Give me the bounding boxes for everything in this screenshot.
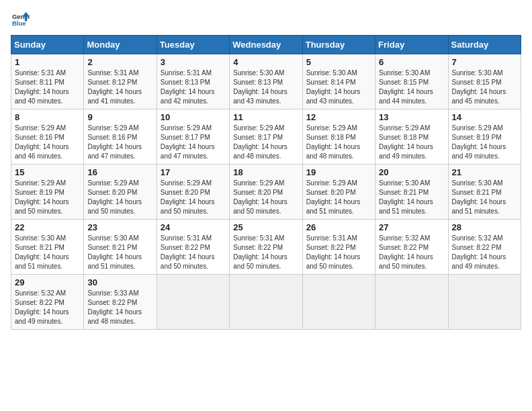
calendar-cell: 16Sunrise: 5:29 AM Sunset: 8:20 PM Dayli…: [84, 165, 157, 220]
calendar-cell: [302, 275, 375, 330]
calendar-cell: [157, 275, 229, 330]
calendar-cell: 1Sunrise: 5:31 AM Sunset: 8:11 PM Daylig…: [11, 54, 84, 109]
day-info: Sunrise: 5:31 AM Sunset: 8:22 PM Dayligh…: [161, 234, 226, 271]
day-info: Sunrise: 5:29 AM Sunset: 8:20 PM Dayligh…: [87, 179, 152, 216]
day-info: Sunrise: 5:29 AM Sunset: 8:20 PM Dayligh…: [161, 179, 226, 216]
day-number: 20: [379, 167, 444, 177]
calendar-week-row: 29Sunrise: 5:32 AM Sunset: 8:22 PM Dayli…: [11, 275, 521, 330]
calendar-cell: 13Sunrise: 5:29 AM Sunset: 8:18 PM Dayli…: [375, 109, 448, 165]
calendar-week-row: 15Sunrise: 5:29 AM Sunset: 8:19 PM Dayli…: [11, 165, 521, 220]
calendar-cell: 5Sunrise: 5:30 AM Sunset: 8:14 PM Daylig…: [302, 54, 375, 109]
calendar-cell: 19Sunrise: 5:29 AM Sunset: 8:20 PM Dayli…: [302, 165, 375, 220]
logo-icon: General Blue: [11, 11, 30, 27]
day-number: 8: [15, 112, 80, 122]
calendar-cell: 18Sunrise: 5:29 AM Sunset: 8:20 PM Dayli…: [230, 165, 302, 220]
day-info: Sunrise: 5:31 AM Sunset: 8:12 PM Dayligh…: [87, 68, 152, 106]
calendar-cell: 8Sunrise: 5:29 AM Sunset: 8:16 PM Daylig…: [11, 109, 84, 165]
col-thursday: Thursday: [302, 36, 375, 54]
day-number: 13: [379, 112, 444, 122]
day-info: Sunrise: 5:31 AM Sunset: 8:22 PM Dayligh…: [306, 234, 371, 271]
day-number: 26: [306, 222, 371, 232]
calendar-cell: 2Sunrise: 5:31 AM Sunset: 8:12 PM Daylig…: [84, 54, 157, 109]
col-saturday: Saturday: [448, 36, 521, 54]
day-number: 30: [87, 277, 152, 287]
day-number: 22: [15, 222, 80, 232]
calendar-cell: 27Sunrise: 5:32 AM Sunset: 8:22 PM Dayli…: [375, 220, 448, 275]
day-info: Sunrise: 5:31 AM Sunset: 8:22 PM Dayligh…: [233, 234, 298, 271]
calendar-cell: 12Sunrise: 5:29 AM Sunset: 8:18 PM Dayli…: [302, 109, 375, 165]
day-info: Sunrise: 5:32 AM Sunset: 8:22 PM Dayligh…: [452, 234, 517, 271]
calendar-cell: 10Sunrise: 5:29 AM Sunset: 8:17 PM Dayli…: [157, 109, 229, 165]
day-number: 15: [15, 167, 80, 177]
calendar-cell: 9Sunrise: 5:29 AM Sunset: 8:16 PM Daylig…: [84, 109, 157, 165]
day-info: Sunrise: 5:32 AM Sunset: 8:22 PM Dayligh…: [15, 289, 80, 326]
day-number: 18: [233, 167, 298, 177]
day-info: Sunrise: 5:29 AM Sunset: 8:17 PM Dayligh…: [233, 124, 298, 161]
calendar-week-row: 22Sunrise: 5:30 AM Sunset: 8:21 PM Dayli…: [11, 220, 521, 275]
day-info: Sunrise: 5:33 AM Sunset: 8:22 PM Dayligh…: [87, 289, 152, 326]
calendar-cell: 22Sunrise: 5:30 AM Sunset: 8:21 PM Dayli…: [11, 220, 84, 275]
calendar-cell: 29Sunrise: 5:32 AM Sunset: 8:22 PM Dayli…: [11, 275, 84, 330]
day-info: Sunrise: 5:30 AM Sunset: 8:21 PM Dayligh…: [87, 234, 152, 271]
day-number: 25: [233, 222, 298, 232]
day-info: Sunrise: 5:29 AM Sunset: 8:16 PM Dayligh…: [15, 124, 80, 161]
calendar-cell: 3Sunrise: 5:31 AM Sunset: 8:13 PM Daylig…: [157, 54, 229, 109]
calendar-cell: 7Sunrise: 5:30 AM Sunset: 8:15 PM Daylig…: [448, 54, 521, 109]
day-number: 1: [15, 57, 80, 67]
day-number: 17: [161, 167, 226, 177]
calendar-cell: 20Sunrise: 5:30 AM Sunset: 8:21 PM Dayli…: [375, 165, 448, 220]
day-info: Sunrise: 5:29 AM Sunset: 8:16 PM Dayligh…: [87, 124, 152, 161]
day-info: Sunrise: 5:32 AM Sunset: 8:22 PM Dayligh…: [379, 234, 444, 271]
calendar-cell: 26Sunrise: 5:31 AM Sunset: 8:22 PM Dayli…: [302, 220, 375, 275]
calendar-cell: 6Sunrise: 5:30 AM Sunset: 8:15 PM Daylig…: [375, 54, 448, 109]
day-number: 21: [452, 167, 517, 177]
day-info: Sunrise: 5:29 AM Sunset: 8:20 PM Dayligh…: [233, 179, 298, 216]
page-header: General Blue: [11, 11, 521, 27]
day-info: Sunrise: 5:31 AM Sunset: 8:11 PM Dayligh…: [15, 68, 80, 106]
day-number: 7: [452, 57, 517, 67]
calendar-table: Sunday Monday Tuesday Wednesday Thursday…: [11, 35, 521, 330]
day-number: 5: [306, 57, 371, 67]
day-info: Sunrise: 5:31 AM Sunset: 8:13 PM Dayligh…: [161, 68, 226, 106]
day-info: Sunrise: 5:30 AM Sunset: 8:14 PM Dayligh…: [306, 68, 371, 106]
day-info: Sunrise: 5:30 AM Sunset: 8:13 PM Dayligh…: [233, 68, 298, 106]
calendar-cell: 28Sunrise: 5:32 AM Sunset: 8:22 PM Dayli…: [448, 220, 521, 275]
day-info: Sunrise: 5:29 AM Sunset: 8:20 PM Dayligh…: [306, 179, 371, 216]
calendar-week-row: 1Sunrise: 5:31 AM Sunset: 8:11 PM Daylig…: [11, 54, 521, 109]
calendar-cell: 14Sunrise: 5:29 AM Sunset: 8:19 PM Dayli…: [448, 109, 521, 165]
day-info: Sunrise: 5:30 AM Sunset: 8:21 PM Dayligh…: [452, 179, 517, 216]
calendar-cell: 11Sunrise: 5:29 AM Sunset: 8:17 PM Dayli…: [230, 109, 302, 165]
calendar-cell: 24Sunrise: 5:31 AM Sunset: 8:22 PM Dayli…: [157, 220, 229, 275]
day-number: 28: [452, 222, 517, 232]
day-number: 23: [87, 222, 152, 232]
col-friday: Friday: [375, 36, 448, 54]
calendar-cell: [375, 275, 448, 330]
calendar-header-row: Sunday Monday Tuesday Wednesday Thursday…: [11, 36, 521, 54]
day-number: 4: [233, 57, 298, 67]
calendar-cell: 15Sunrise: 5:29 AM Sunset: 8:19 PM Dayli…: [11, 165, 84, 220]
svg-text:Blue: Blue: [12, 19, 26, 27]
day-number: 9: [87, 112, 152, 122]
day-number: 2: [87, 57, 152, 67]
calendar-cell: [448, 275, 521, 330]
calendar-cell: 23Sunrise: 5:30 AM Sunset: 8:21 PM Dayli…: [84, 220, 157, 275]
day-number: 29: [15, 277, 80, 287]
day-info: Sunrise: 5:29 AM Sunset: 8:17 PM Dayligh…: [161, 124, 226, 161]
col-monday: Monday: [84, 36, 157, 54]
day-number: 12: [306, 112, 371, 122]
day-number: 6: [379, 57, 444, 67]
logo: General Blue: [11, 11, 32, 27]
day-number: 11: [233, 112, 298, 122]
day-info: Sunrise: 5:29 AM Sunset: 8:19 PM Dayligh…: [452, 124, 517, 161]
calendar-cell: 21Sunrise: 5:30 AM Sunset: 8:21 PM Dayli…: [448, 165, 521, 220]
day-number: 14: [452, 112, 517, 122]
day-number: 24: [161, 222, 226, 232]
col-tuesday: Tuesday: [157, 36, 229, 54]
day-info: Sunrise: 5:30 AM Sunset: 8:15 PM Dayligh…: [379, 68, 444, 106]
calendar-week-row: 8Sunrise: 5:29 AM Sunset: 8:16 PM Daylig…: [11, 109, 521, 165]
day-info: Sunrise: 5:29 AM Sunset: 8:18 PM Dayligh…: [306, 124, 371, 161]
day-info: Sunrise: 5:29 AM Sunset: 8:19 PM Dayligh…: [15, 179, 80, 216]
day-number: 3: [161, 57, 226, 67]
calendar-cell: 4Sunrise: 5:30 AM Sunset: 8:13 PM Daylig…: [230, 54, 302, 109]
day-number: 10: [161, 112, 226, 122]
